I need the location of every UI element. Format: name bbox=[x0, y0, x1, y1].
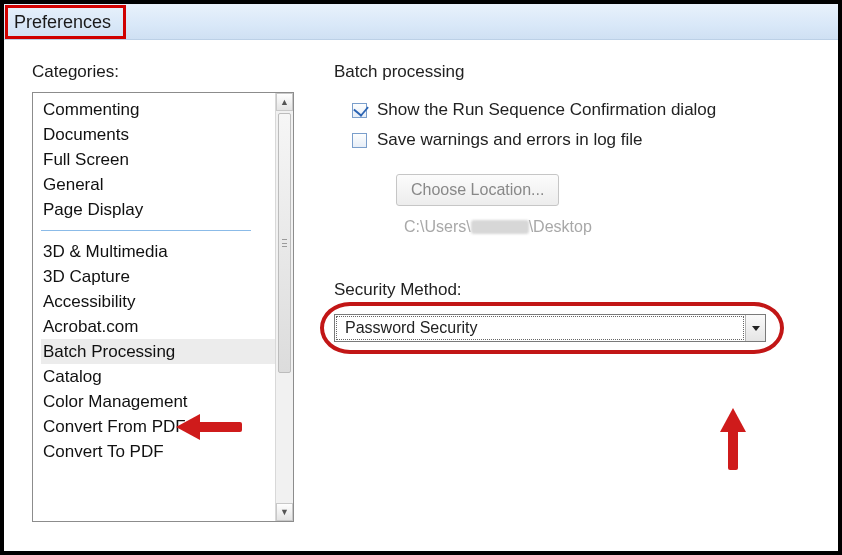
security-method-value: Password Security bbox=[336, 316, 744, 340]
checkbox-show-confirmation[interactable]: Show the Run Sequence Confirmation dialo… bbox=[352, 100, 820, 120]
checkbox-icon[interactable] bbox=[352, 133, 367, 148]
categories-label: Categories: bbox=[32, 62, 304, 82]
category-item-3d-capture[interactable]: 3D Capture bbox=[41, 264, 293, 289]
window-title: Preferences bbox=[5, 5, 126, 39]
category-item-convert-from-pdf[interactable]: Convert From PDF bbox=[41, 414, 293, 439]
category-item-color-management[interactable]: Color Management bbox=[41, 389, 293, 414]
checkbox-icon[interactable] bbox=[352, 103, 367, 118]
category-item-catalog[interactable]: Catalog bbox=[41, 364, 293, 389]
titlebar: Preferences bbox=[4, 4, 838, 40]
path-prefix: C:\Users\ bbox=[404, 218, 471, 235]
category-item-batch-processing[interactable]: Batch Processing bbox=[41, 339, 293, 364]
category-item-3d-multimedia[interactable]: 3D & Multimedia bbox=[41, 239, 293, 264]
scroll-down-button[interactable]: ▼ bbox=[276, 503, 293, 521]
category-item-acrobat-com[interactable]: Acrobat.com bbox=[41, 314, 293, 339]
category-item-convert-to-pdf[interactable]: Convert To PDF bbox=[41, 439, 293, 464]
checkbox-label: Save warnings and errors in log file bbox=[377, 130, 643, 150]
scroll-thumb[interactable] bbox=[278, 113, 291, 373]
settings-panel: Batch processing Show the Run Sequence C… bbox=[304, 62, 820, 551]
category-item-commenting[interactable]: Commenting bbox=[41, 97, 293, 122]
checkbox-save-log[interactable]: Save warnings and errors in log file bbox=[352, 130, 820, 150]
content-area: Categories: Commenting Documents Full Sc… bbox=[4, 40, 838, 551]
path-suffix: \Desktop bbox=[529, 218, 592, 235]
category-item-general[interactable]: General bbox=[41, 172, 293, 197]
categories-pane: Categories: Commenting Documents Full Sc… bbox=[32, 62, 304, 551]
log-save-path: C:\Users\\Desktop bbox=[404, 218, 820, 236]
dropdown-button[interactable] bbox=[745, 315, 765, 341]
choose-location-button: Choose Location... bbox=[396, 174, 559, 206]
categories-divider bbox=[41, 230, 251, 231]
panel-title: Batch processing bbox=[334, 62, 820, 82]
path-username-redacted bbox=[471, 220, 529, 234]
chevron-down-icon bbox=[752, 326, 760, 331]
categories-scrollbar[interactable]: ▲ ▼ bbox=[275, 93, 293, 521]
category-item-full-screen[interactable]: Full Screen bbox=[41, 147, 293, 172]
category-item-documents[interactable]: Documents bbox=[41, 122, 293, 147]
category-item-page-display[interactable]: Page Display bbox=[41, 197, 293, 222]
preferences-window: Preferences Categories: Commenting Docum… bbox=[0, 0, 842, 555]
categories-listbox[interactable]: Commenting Documents Full Screen General… bbox=[32, 92, 294, 522]
security-method-label: Security Method: bbox=[334, 280, 820, 300]
checkbox-label: Show the Run Sequence Confirmation dialo… bbox=[377, 100, 716, 120]
scroll-up-button[interactable]: ▲ bbox=[276, 93, 293, 111]
category-item-accessibility[interactable]: Accessibility bbox=[41, 289, 293, 314]
security-method-field: Password Security bbox=[334, 314, 820, 342]
security-method-dropdown[interactable]: Password Security bbox=[334, 314, 766, 342]
